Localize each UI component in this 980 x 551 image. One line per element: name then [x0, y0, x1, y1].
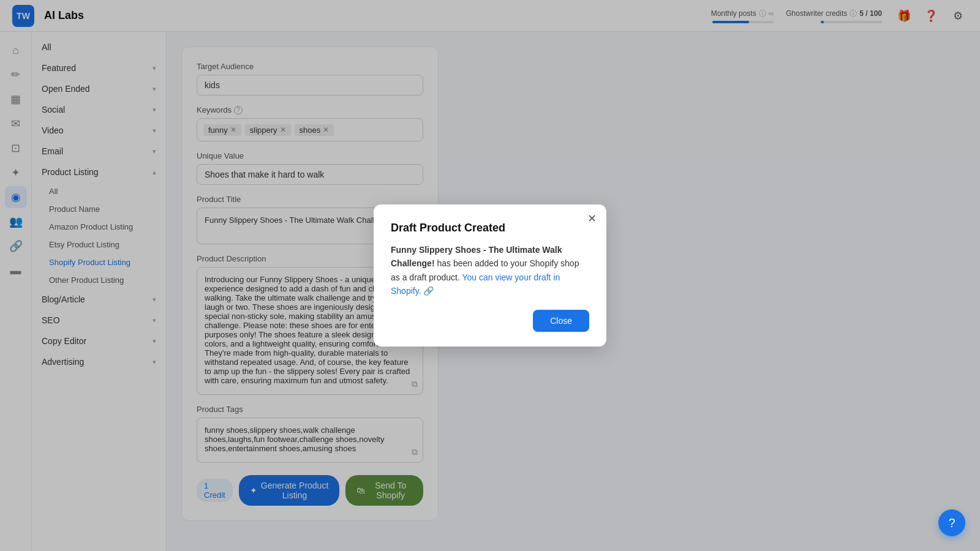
- modal-footer: Close: [391, 310, 589, 332]
- modal-title: Draft Product Created: [391, 222, 589, 234]
- modal-overlay[interactable]: ✕ Draft Product Created Funny Slippery S…: [0, 0, 980, 551]
- modal-body: Funny Slippery Shoes - The Ultimate Walk…: [391, 243, 589, 298]
- modal-close-button[interactable]: ✕: [587, 213, 597, 224]
- modal-close-btn[interactable]: Close: [533, 310, 589, 332]
- draft-product-modal: ✕ Draft Product Created Funny Slippery S…: [374, 204, 606, 347]
- help-bubble[interactable]: ?: [938, 509, 965, 536]
